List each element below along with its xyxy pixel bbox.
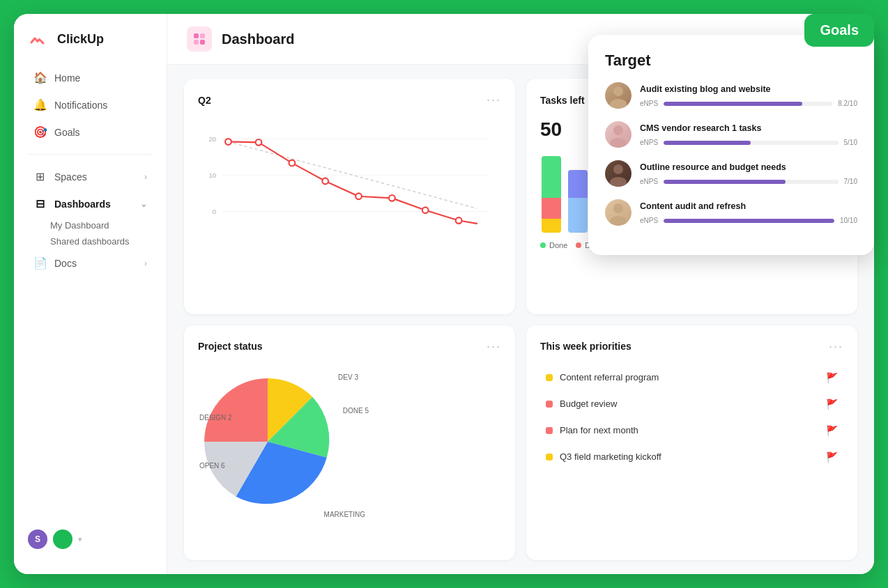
sidebar-item-my-dashboard[interactable]: My Dashboard <box>14 217 167 233</box>
sidebar-item-dashboards[interactable]: ⊟ Dashboards ⌄ <box>20 190 161 217</box>
design-dot <box>576 242 581 248</box>
goals-badge[interactable]: Goals <box>804 14 874 47</box>
svg-rect-3 <box>194 40 199 45</box>
person-3-svg <box>605 160 631 187</box>
svg-point-26 <box>613 203 623 213</box>
target-bar-fill-3 <box>664 180 786 184</box>
bar-col-2 <box>567 170 589 233</box>
done-dot <box>540 242 546 248</box>
sidebar-item-docs[interactable]: 📄 Docs › <box>20 249 161 277</box>
svg-rect-1 <box>194 33 199 38</box>
target-item-2: CMS vendor research 1 tasks eNPS 5/10 <box>605 121 857 148</box>
chevron-down-icon: ⌄ <box>140 199 147 209</box>
priority-item-1[interactable]: Content referral program 🚩 <box>540 365 843 390</box>
svg-text:10: 10 <box>208 171 216 179</box>
svg-rect-2 <box>200 33 205 38</box>
sidebar-item-goals[interactable]: 🎯 Goals <box>20 118 161 146</box>
bar-open-2 <box>568 198 588 233</box>
spaces-icon: ⊞ <box>33 170 46 183</box>
target-name-1: Audit existing blog and website <box>640 84 857 96</box>
spaces-label: Spaces <box>54 171 87 183</box>
app-name: ClickUp <box>57 32 104 47</box>
target-bar-fill-1 <box>664 102 802 106</box>
svg-point-15 <box>322 178 328 185</box>
sidebar-item-home[interactable]: 🏠 Home <box>20 64 161 91</box>
pie-area: DEV 3 DONE 5 MARKETING OPEN 6 DESIGN 2 <box>198 372 365 525</box>
target-item-4: Content audit and refresh eNPS 10/10 <box>605 199 857 226</box>
priorities-title: This week priorities <box>540 341 631 352</box>
svg-point-25 <box>610 177 627 187</box>
dashboards-label: Dashboards <box>54 199 111 210</box>
target-name-2: CMS vendor research 1 tasks <box>640 123 857 135</box>
priority-text-2: Budget review <box>560 399 617 409</box>
person-2-svg <box>605 121 631 148</box>
priority-text-4: Q3 field marketing kickoff <box>560 451 661 462</box>
sidebar-item-notifications[interactable]: 🔔 Notifications <box>20 91 161 118</box>
sidebar-item-home-label: Home <box>54 72 80 84</box>
target-avatar-3 <box>605 160 631 187</box>
page-title: Dashboard <box>222 31 294 47</box>
priority-left-1: Content referral program <box>546 372 659 382</box>
svg-point-24 <box>613 164 623 174</box>
avatar-chevron-icon[interactable]: ▾ <box>78 535 82 544</box>
priority-dot-4 <box>546 454 553 461</box>
priorities-card: This week priorities ··· Content referra… <box>526 325 857 561</box>
user-avatar-2[interactable] <box>53 529 72 549</box>
q2-chart-svg: 20 10 0 <box>198 118 501 244</box>
sidebar: ClickUp 🏠 Home 🔔 Notifications 🎯 Goals ⊞… <box>14 14 167 574</box>
svg-point-18 <box>422 207 429 213</box>
nav-divider-1 <box>28 154 153 155</box>
priority-list: Content referral program 🚩 Budget review… <box>540 365 843 470</box>
sidebar-item-notifications-label: Notifications <box>54 100 107 111</box>
target-avatar-2 <box>605 121 631 148</box>
svg-point-23 <box>610 138 627 148</box>
bar-col-1 <box>540 156 562 233</box>
sidebar-item-spaces[interactable]: ⊞ Spaces › <box>20 163 161 190</box>
q2-dots-menu[interactable]: ··· <box>487 93 501 107</box>
target-info-3: Outline resource and budget needs eNPS 7… <box>640 162 857 186</box>
person-1-svg <box>605 82 631 109</box>
svg-point-12 <box>225 139 231 145</box>
target-bar-row-3: eNPS 7/10 <box>640 178 857 185</box>
target-avatar-4 <box>605 199 631 226</box>
project-status-dots[interactable]: ··· <box>487 339 501 354</box>
priority-dot-3 <box>546 427 553 434</box>
sidebar-item-shared-dashboards[interactable]: Shared dashboards <box>14 233 167 249</box>
pie-label-open: OPEN 6 <box>199 462 225 470</box>
bar-design-1 <box>542 198 561 219</box>
target-avatar-1 <box>605 82 631 109</box>
svg-text:20: 20 <box>208 135 216 143</box>
sidebar-item-goals-label: Goals <box>54 127 80 138</box>
priority-text-1: Content referral program <box>560 372 659 382</box>
priority-dot-2 <box>546 401 553 408</box>
goals-icon: 🎯 <box>33 125 46 139</box>
priority-item-3[interactable]: Plan for next month 🚩 <box>540 418 843 443</box>
priorities-dots[interactable]: ··· <box>829 339 843 354</box>
logo-area: ClickUp <box>14 28 167 64</box>
priority-item-4[interactable]: Q3 field marketing kickoff 🚩 <box>540 444 843 470</box>
q2-card-header: Q2 ··· <box>198 93 501 107</box>
target-bar-bg-3 <box>664 180 838 184</box>
pie-container: DEV 3 DONE 5 MARKETING OPEN 6 DESIGN 2 <box>198 365 501 525</box>
svg-point-16 <box>355 193 362 199</box>
pie-chart-svg <box>198 372 337 511</box>
priority-item-2[interactable]: Budget review 🚩 <box>540 392 843 417</box>
priority-dot-1 <box>546 374 553 381</box>
priority-text-3: Plan for next month <box>560 425 638 435</box>
pie-label-marketing: MARKETING <box>324 511 365 518</box>
person-4-svg <box>605 199 631 226</box>
project-status-title: Project status <box>198 341 263 352</box>
svg-point-19 <box>456 217 462 224</box>
pie-label-done: DONE 5 <box>343 407 369 415</box>
svg-point-13 <box>256 139 262 146</box>
legend-done: Done <box>540 241 567 249</box>
priority-left-4: Q3 field marketing kickoff <box>546 451 661 462</box>
q2-title: Q2 <box>198 95 211 106</box>
docs-label: Docs <box>54 258 77 269</box>
target-name-3: Outline resource and budget needs <box>640 162 857 174</box>
pie-label-dev: DEV 3 <box>338 373 358 381</box>
dashboard-icon-wrapper <box>187 26 212 52</box>
user-avatar-s[interactable]: S <box>28 529 47 549</box>
project-status-card: Project status ··· <box>184 325 515 561</box>
flag-icon-2: 🚩 <box>826 399 838 410</box>
